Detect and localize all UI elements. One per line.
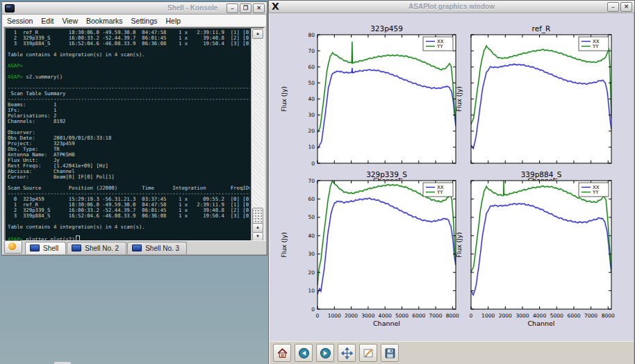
pan-button[interactable]: [338, 344, 356, 362]
konsole-titlebar[interactable]: Shell - Konsole – ❐ ✕: [2, 2, 267, 15]
maximize-icon[interactable]: ❐: [240, 3, 251, 13]
legend-entry: YY: [592, 190, 599, 195]
svg-text:1000: 1000: [481, 313, 495, 319]
menu-item-settings[interactable]: Settings: [127, 16, 162, 26]
desktop: Shell - Konsole – ❐ ✕ SessionEditViewBoo…: [0, 0, 635, 364]
terminal-icon: [30, 245, 40, 251]
tab-shell-no-3[interactable]: Shell No. 3: [127, 242, 187, 254]
svg-text:50: 50: [308, 214, 315, 220]
svg-text:7000: 7000: [584, 313, 597, 319]
close-icon[interactable]: ✕: [253, 3, 265, 13]
svg-text:20: 20: [308, 270, 315, 276]
x-axis-label: Channel: [527, 320, 554, 327]
svg-text:0: 0: [316, 313, 320, 319]
y-axis-label: Flux (Jy): [456, 86, 463, 112]
svg-text:8000: 8000: [446, 313, 459, 319]
svg-text:60: 60: [308, 64, 315, 70]
legend-entry: YY: [436, 190, 443, 195]
terminal-row: ASAP> s2.summary(): [8, 74, 250, 80]
close-icon[interactable]: ✕: [620, 2, 632, 12]
subplots-button[interactable]: [359, 344, 377, 362]
menu-item-help[interactable]: Help: [162, 16, 185, 26]
terminal-row: [8, 124, 250, 130]
subplots-icon: [363, 347, 374, 359]
plot-canvas[interactable]: 01020304050607080323p459Flux (Jy)XXYYref…: [270, 13, 634, 342]
terminal-scrollbar[interactable]: ▲ ▲ ▼: [251, 28, 263, 242]
back-button[interactable]: [295, 344, 313, 362]
svg-text:80: 80: [308, 32, 315, 38]
y-axis-label: Flux (Jy): [281, 86, 288, 112]
scroll-up-icon[interactable]: ▲: [252, 223, 263, 233]
terminal-row: Table contains 4 integration(s) in 4 sca…: [8, 52, 250, 58]
plot-329p339_S: 0100020003000400050006000700080000102030…: [281, 170, 459, 319]
svg-text:70: 70: [308, 48, 315, 54]
svg-text:2000: 2000: [499, 313, 512, 319]
terminal-row: 3 339p884_S 16:52:04.6 -46.08.33.9 06:36…: [8, 213, 250, 219]
svg-text:30: 30: [308, 112, 315, 118]
terminal-row: Cursor: Beam[0] IF[0] Pol[1]: [8, 174, 250, 180]
svg-text:8000: 8000: [602, 313, 615, 319]
menu-item-session[interactable]: Session: [3, 16, 37, 26]
svg-text:6000: 6000: [412, 313, 425, 319]
menu-item-bookmarks[interactable]: Bookmarks: [82, 16, 127, 26]
terminal-row: [8, 58, 250, 63]
minimize-icon[interactable]: –: [226, 3, 238, 13]
tab-shell[interactable]: Shell: [25, 242, 66, 254]
plot-339p884_S: 010002000300040005000600070008000339p884…: [456, 170, 615, 319]
svg-text:1000: 1000: [328, 313, 341, 319]
konsole-menubar: SessionEditViewBookmarksSettingsHelp: [3, 15, 266, 27]
new-session-icon: [8, 242, 16, 250]
legend-entry: YY: [436, 44, 443, 49]
tab-shell-no-2[interactable]: Shell No. 2: [67, 242, 126, 254]
forward-icon: [320, 347, 331, 359]
terminal-row: 3 339p884_S 16:52:04.6 -46.08.33.9 06:36…: [8, 41, 250, 47]
terminal-row: [8, 230, 250, 235]
minimize-icon[interactable]: –: [607, 2, 619, 12]
menu-item-edit[interactable]: Edit: [37, 16, 58, 26]
svg-text:40: 40: [308, 96, 315, 102]
svg-text:3000: 3000: [516, 313, 529, 319]
save-icon: [384, 347, 396, 359]
svg-text:40: 40: [308, 233, 315, 239]
svg-text:20: 20: [308, 128, 315, 134]
konsole-title: Shell - Konsole: [167, 4, 217, 12]
svg-text:4000: 4000: [533, 313, 546, 319]
svg-text:5000: 5000: [550, 313, 563, 319]
plot-toolbar: [270, 341, 634, 364]
svg-text:5000: 5000: [395, 313, 409, 319]
svg-text:30: 30: [308, 251, 315, 257]
svg-text:60: 60: [308, 196, 315, 202]
svg-text:7000: 7000: [429, 313, 442, 319]
home-button[interactable]: [273, 344, 291, 362]
y-axis-label: Flux (Jy): [456, 232, 463, 258]
plot-ref_R: ref_RFlux (Jy)XXYY: [456, 24, 611, 163]
new-session-button[interactable]: [4, 240, 22, 254]
plot-title: ref_R: [532, 24, 551, 33]
plots-figure: 01020304050607080323p459Flux (Jy)XXYYref…: [270, 13, 634, 342]
forward-button[interactable]: [316, 344, 334, 362]
plot-323p459: 01020304050607080323p459Flux (Jy)XXYY: [281, 24, 456, 167]
plot-title: 329p339_S: [366, 170, 407, 179]
svg-text:0: 0: [470, 313, 473, 319]
terminal-icon: [132, 245, 142, 251]
terminal-prompt: ASAP>: [8, 74, 23, 80]
scroll-up-icon[interactable]: ▲: [252, 29, 263, 39]
terminal-icon: [72, 245, 81, 251]
svg-text:6000: 6000: [567, 313, 580, 319]
plot-title: 339p884_S: [521, 170, 562, 179]
svg-text:3000: 3000: [361, 313, 374, 319]
y-axis-label: Flux (Jy): [281, 232, 288, 258]
terminal-row: ASAP>: [8, 63, 250, 69]
konsole-tabbar: ShellShell No. 2Shell No. 3: [3, 240, 266, 254]
save-button[interactable]: [381, 344, 399, 362]
plot-title: 323p459: [370, 24, 403, 33]
terminal-output[interactable]: 1 ref_R 18:30:06.0 -49.59.30.0 04:47:58 …: [8, 30, 250, 242]
menu-item-view[interactable]: View: [58, 16, 82, 26]
svg-text:2000: 2000: [345, 313, 358, 319]
svg-text:0: 0: [311, 306, 315, 313]
asaplot-titlebar[interactable]: X ASAPlot graphics window – ✕: [269, 1, 634, 13]
svg-text:4000: 4000: [379, 313, 392, 319]
konsole-window: Shell - Konsole – ❐ ✕ SessionEditViewBoo…: [1, 1, 267, 256]
asaplot-title: ASAPlot graphics window: [409, 3, 495, 10]
pan-icon: [341, 347, 353, 359]
